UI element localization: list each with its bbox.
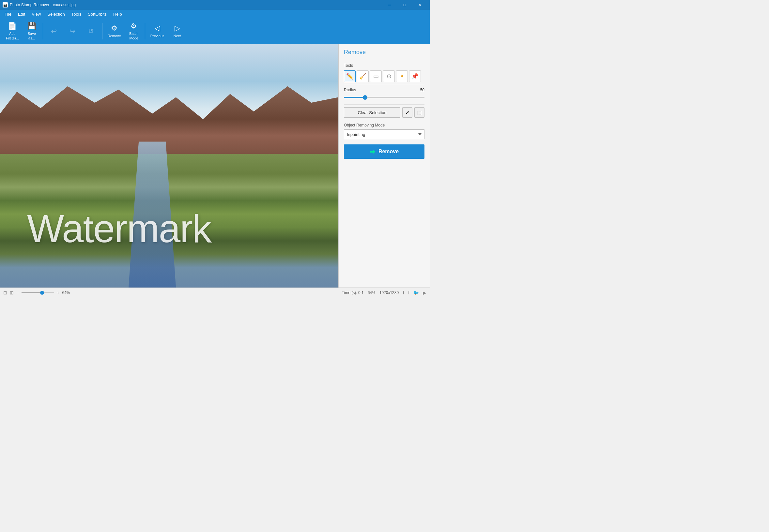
batch-mode-icon: ⚙ (130, 22, 137, 30)
tool-stamp-button[interactable]: 📌 (409, 70, 421, 82)
separator-2 (102, 23, 102, 39)
remove-arrow-icon: ➡ (370, 148, 375, 155)
tool-rectangle-button[interactable]: ▭ (370, 70, 382, 82)
tool-lasso-button[interactable]: ⊙ (383, 70, 395, 82)
save-as-label: Saveas... (28, 32, 36, 40)
main-area: Watermark Remove Tools ✏️ 🧹 ▭ ⊙ (0, 44, 430, 288)
tools-label: Tools (344, 63, 424, 68)
app-icon: 📷 (3, 2, 8, 7)
select-to-screen-button[interactable]: ⤢ (402, 107, 412, 118)
inpainting-dropdown[interactable]: Inpainting Content-Aware Fill Smart Fill (344, 129, 424, 139)
add-files-label: AddFile(s)... (6, 32, 19, 40)
separator-1 (43, 23, 43, 39)
menu-help[interactable]: Help (110, 10, 125, 18)
panel-title: Remove (339, 44, 430, 59)
zoom-slider[interactable] (22, 292, 54, 293)
menu-tools[interactable]: Tools (68, 10, 84, 18)
magic-wand-icon: ✦ (400, 73, 405, 80)
menu-view[interactable]: View (28, 10, 44, 18)
title-bar: 📷 Photo Stamp Remover - caucasus.jpg ─ □… (0, 0, 430, 10)
status-bar: ⊡ ⊞ − + 64% Time (s): 0.1 64% 1920x1280 … (0, 288, 430, 297)
zoom-actual-icon[interactable]: ⊞ (10, 290, 14, 295)
tool-magic-button[interactable]: ✦ (396, 70, 408, 82)
save-as-button[interactable]: 💾 Saveas... (23, 20, 41, 42)
youtube-icon[interactable]: ▶ (423, 290, 426, 295)
action-row: Clear Selection ⤢ ⬚ (344, 107, 424, 118)
remove-icon: ⚙ (111, 24, 117, 33)
menu-edit[interactable]: Edit (15, 10, 28, 18)
radius-slider-container (344, 94, 424, 99)
redo-button[interactable]: ↪ (64, 20, 81, 42)
status-left: ⊡ ⊞ − + 64% (3, 290, 70, 295)
minimize-button[interactable]: ─ (382, 0, 397, 10)
title-bar-controls: ─ □ ✕ (382, 0, 427, 10)
next-button[interactable]: ▷ Next (168, 20, 186, 42)
menu-selection[interactable]: Selection (44, 10, 68, 18)
radius-label: Radius (344, 88, 356, 92)
canvas-area[interactable]: Watermark (0, 44, 338, 288)
close-button[interactable]: ✕ (412, 0, 427, 10)
right-panel: Remove Tools ✏️ 🧹 ▭ ⊙ ✦ (338, 44, 430, 288)
tools-row: ✏️ 🧹 ▭ ⊙ ✦ 📌 (344, 70, 424, 82)
add-files-button[interactable]: 📄 AddFile(s)... (3, 20, 22, 42)
redo-icon: ↪ (69, 27, 75, 36)
time-display: Time (s): 0.1 (342, 290, 364, 295)
zoom-in-icon[interactable]: + (57, 290, 59, 295)
image-container: Watermark (0, 44, 338, 288)
next-label: Next (173, 34, 181, 38)
toolbar: 📄 AddFile(s)... 💾 Saveas... ↩ ↪ ↺ ⚙ Remo… (0, 18, 430, 44)
twitter-icon[interactable]: 🐦 (413, 290, 419, 295)
info-icon[interactable]: ℹ (403, 290, 404, 295)
remove-action-button[interactable]: ➡ Remove (344, 144, 424, 159)
divider-2 (344, 104, 424, 105)
undo-icon: ↩ (51, 27, 57, 36)
tool-eraser-button[interactable]: 🧹 (357, 70, 369, 82)
pencil-icon: ✏️ (346, 73, 353, 80)
lasso-icon: ⊙ (387, 73, 392, 80)
zoom-percent: 64% (62, 290, 70, 295)
title-bar-left: 📷 Photo Stamp Remover - caucasus.jpg (3, 2, 76, 7)
reset-icon: ↺ (88, 27, 94, 36)
maximize-button[interactable]: □ (397, 0, 412, 10)
save-as-icon: 💾 (27, 22, 36, 30)
rectangle-icon: ▭ (373, 73, 379, 80)
remove-btn-label: Remove (378, 149, 399, 155)
batch-mode-button[interactable]: ⚙ BatchMode (125, 20, 143, 42)
tool-pencil-button[interactable]: ✏️ (344, 70, 356, 82)
invert-icon: ⬚ (417, 110, 421, 115)
zoom-display: 64% (368, 290, 376, 295)
add-files-icon: 📄 (8, 22, 17, 30)
window-title: Photo Stamp Remover - caucasus.jpg (10, 3, 76, 7)
menu-softorbits[interactable]: SoftOrbits (84, 10, 110, 18)
divider-1 (344, 85, 424, 85)
radius-value: 50 (420, 88, 424, 92)
remove-button[interactable]: ⚙ Remove (104, 20, 124, 42)
dimensions-display: 1920x1280 (379, 290, 399, 295)
status-right: Time (s): 0.1 64% 1920x1280 ℹ f 🐦 ▶ (342, 290, 426, 295)
undo-button[interactable]: ↩ (45, 20, 63, 42)
next-icon: ▷ (174, 24, 180, 33)
reset-button[interactable]: ↺ (82, 20, 100, 42)
menu-bar: File Edit View Selection Tools SoftOrbit… (0, 10, 430, 18)
previous-button[interactable]: ◁ Previous (147, 20, 168, 42)
clear-selection-button[interactable]: Clear Selection (344, 107, 400, 118)
batch-mode-label: BatchMode (129, 32, 138, 40)
object-removing-mode-label: Object Removing Mode (344, 123, 424, 127)
previous-icon: ◁ (155, 24, 160, 33)
radius-slider[interactable] (344, 97, 424, 98)
menu-file[interactable]: File (1, 10, 15, 18)
panel-spacer (339, 163, 430, 288)
radius-row: Radius 50 (344, 88, 424, 92)
previous-label: Previous (150, 34, 164, 38)
select-screen-icon: ⤢ (406, 110, 409, 115)
remove-label: Remove (108, 34, 121, 38)
stamp-icon: 📌 (411, 73, 419, 80)
zoom-out-icon[interactable]: − (16, 290, 19, 295)
zoom-fit-icon[interactable]: ⊡ (3, 290, 7, 295)
separator-3 (145, 23, 145, 39)
facebook-icon[interactable]: f (408, 290, 409, 295)
tools-section: Tools ✏️ 🧹 ▭ ⊙ ✦ 📌 (339, 59, 430, 163)
eraser-icon: 🧹 (359, 73, 366, 80)
invert-selection-button[interactable]: ⬚ (414, 107, 424, 118)
